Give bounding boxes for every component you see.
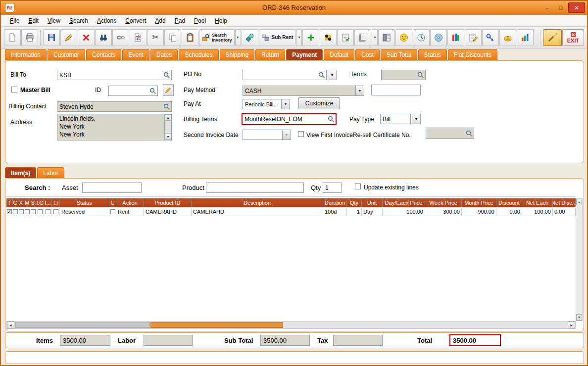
tab-return[interactable]: Return <box>255 49 285 60</box>
delete-button[interactable] <box>78 29 95 46</box>
pay-type-dropdown[interactable]: ▼ <box>412 114 421 124</box>
edit-button[interactable] <box>60 29 77 46</box>
col-discount[interactable]: Discount <box>496 198 522 207</box>
exit-button[interactable]: EXIT <box>562 29 584 46</box>
search-icon[interactable] <box>466 130 473 137</box>
tab-shipping[interactable]: Shipping <box>220 49 255 60</box>
dims-button[interactable] <box>354 29 371 46</box>
billing-terms-field[interactable]: MonthResetON_EOM <box>242 113 337 125</box>
tab-dates[interactable]: Dates <box>150 49 178 60</box>
cell-ii[interactable] <box>52 207 60 216</box>
scrollbar-thumb[interactable] <box>15 322 150 328</box>
cell-c[interactable] <box>12 207 18 216</box>
po-no-field[interactable] <box>243 70 327 80</box>
cell-s[interactable] <box>30 207 36 216</box>
tab-items[interactable]: Item(s) <box>5 167 36 178</box>
scroll-right-icon[interactable]: ► <box>568 321 575 328</box>
history-button[interactable] <box>413 29 430 46</box>
wizard-button[interactable] <box>543 29 562 46</box>
menu-edit[interactable]: Edit <box>24 16 43 26</box>
report-button[interactable] <box>378 29 395 46</box>
search-icon[interactable] <box>328 116 335 123</box>
cell-action[interactable]: Rent <box>116 207 144 216</box>
tab-flat-discounts[interactable]: Flat Discounts <box>448 49 497 60</box>
feedback-button[interactable] <box>395 29 412 46</box>
row-checkbox[interactable] <box>25 209 30 214</box>
paste-button[interactable] <box>182 29 198 46</box>
search-icon[interactable] <box>318 72 325 79</box>
pay-method-select[interactable]: CASH ▼ <box>243 86 364 96</box>
cell-month-price[interactable]: 900.00 <box>462 207 496 216</box>
menu-pad[interactable]: Pad <box>171 16 189 26</box>
col-net-disc[interactable]: Net Disc... <box>553 198 576 207</box>
cell-week-price[interactable]: 300.00 <box>425 207 462 216</box>
title-bar[interactable]: R2 ORD-346 Reservation – □ ✕ <box>1 1 587 15</box>
col-s[interactable]: S <box>30 198 36 207</box>
notes-button[interactable] <box>337 29 354 46</box>
col-duration[interactable]: Duration <box>323 198 347 207</box>
col-ic[interactable]: I.C <box>36 198 44 207</box>
vertical-scrollbar[interactable]: ▲ ▼ <box>576 198 583 321</box>
col-month-price[interactable]: Month Price <box>462 198 496 207</box>
pay-method-extra-field[interactable] <box>371 85 421 95</box>
search-icon[interactable] <box>163 72 170 79</box>
menu-pool[interactable]: Pool <box>190 16 210 26</box>
cell-qty[interactable]: 1 <box>347 207 362 216</box>
col-net-each[interactable]: Net Each <box>522 198 553 207</box>
col-l[interactable]: L <box>109 198 116 207</box>
tab-event[interactable]: Event <box>122 49 149 60</box>
shapes-button[interactable] <box>242 29 258 46</box>
stats-button[interactable] <box>517 29 534 46</box>
tab-sub-total[interactable]: Sub Total <box>381 49 417 60</box>
tab-cost[interactable]: Cost <box>355 49 380 60</box>
scroll-down-icon[interactable]: ▼ <box>165 134 171 140</box>
menu-convert[interactable]: Convert <box>121 16 150 26</box>
chevron-down-icon[interactable]: ▼ <box>282 130 291 139</box>
search-icon[interactable] <box>149 88 156 94</box>
cell-i2[interactable] <box>44 207 52 216</box>
menu-add[interactable]: Add <box>151 16 169 26</box>
minimize-button[interactable]: – <box>540 2 553 13</box>
cell-ic[interactable] <box>36 207 44 216</box>
sub-rent-button[interactable]: Sub Rent <box>259 29 296 46</box>
pay-at-select[interactable]: Periodic Bill... ▼ <box>243 99 290 109</box>
row-checkbox[interactable] <box>38 209 43 214</box>
bill-to-field[interactable]: KSB <box>57 70 172 80</box>
scrollbar-thumb-highlight[interactable] <box>150 322 283 328</box>
billing-contact-field[interactable]: Steven Hyde <box>57 101 172 112</box>
col-t[interactable]: T <box>6 198 12 207</box>
row-checkbox[interactable] <box>13 209 18 214</box>
update-existing-lines-checkbox[interactable] <box>355 183 361 189</box>
menu-search[interactable]: Search <box>65 16 92 26</box>
col-qty[interactable]: Qty <box>347 198 362 207</box>
cell-x[interactable] <box>18 207 24 216</box>
col-c[interactable]: C <box>12 198 18 207</box>
payment-button[interactable]: $ <box>499 29 516 46</box>
cell-t[interactable]: ✓ <box>6 207 12 216</box>
id-edit-button[interactable] <box>163 84 174 96</box>
cell-net-each[interactable]: 100.00 <box>522 207 553 216</box>
cut-button[interactable]: ✂ <box>147 29 164 46</box>
menu-file[interactable]: File <box>6 16 23 26</box>
save-button[interactable] <box>43 29 60 46</box>
row-checkbox[interactable]: ✓ <box>7 209 12 214</box>
tab-contacts[interactable]: Contacts <box>86 49 121 60</box>
scroll-down-icon[interactable]: ▼ <box>576 314 582 320</box>
master-bill-checkbox[interactable] <box>11 87 17 92</box>
tab-status[interactable]: Status <box>418 49 447 60</box>
pay-type-select[interactable]: Bill <box>380 114 411 124</box>
search-icon[interactable] <box>417 72 424 79</box>
row-checkbox[interactable] <box>19 209 24 214</box>
cell-m[interactable] <box>24 207 30 216</box>
print-button[interactable] <box>21 29 38 46</box>
cell-day-each-price[interactable]: 100.00 <box>383 207 425 216</box>
search-inventory-dropdown[interactable]: ▼ <box>235 29 241 46</box>
col-m[interactable]: M <box>24 198 30 207</box>
dims-dropdown[interactable]: ▼ <box>372 29 378 46</box>
col-ii[interactable]: I.I <box>52 198 60 207</box>
cell-description[interactable]: CAMERAHD <box>192 207 323 216</box>
row-checkbox[interactable] <box>110 209 115 214</box>
cell-product-id[interactable]: CAMERAHD <box>144 207 192 216</box>
col-product-id[interactable]: Product ID <box>144 198 192 207</box>
qty-search-field[interactable]: 1 <box>323 183 342 193</box>
